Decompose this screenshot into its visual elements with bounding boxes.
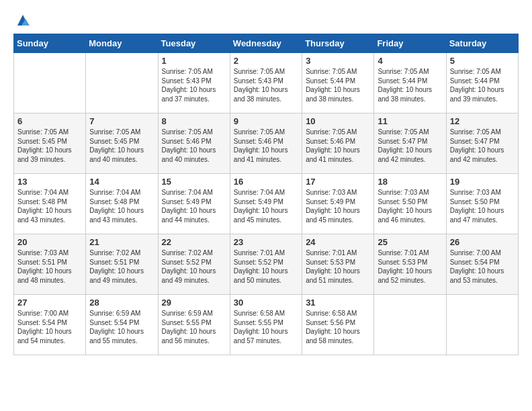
day-number: 11 bbox=[378, 116, 442, 126]
day-number: 15 bbox=[162, 177, 226, 187]
calendar-cell: 27Sunrise: 7:00 AM Sunset: 5:54 PM Dayli… bbox=[14, 295, 86, 355]
calendar-cell: 16Sunrise: 7:04 AM Sunset: 5:49 PM Dayli… bbox=[230, 174, 302, 234]
day-content: Sunrise: 7:05 AM Sunset: 5:45 PM Dayligh… bbox=[17, 128, 82, 164]
calendar-cell: 21Sunrise: 7:02 AM Sunset: 5:51 PM Dayli… bbox=[86, 234, 158, 295]
calendar-week-3: 13Sunrise: 7:04 AM Sunset: 5:48 PM Dayli… bbox=[14, 174, 519, 234]
day-number: 10 bbox=[306, 116, 370, 126]
calendar-cell: 30Sunrise: 6:58 AM Sunset: 5:55 PM Dayli… bbox=[230, 295, 302, 355]
day-number: 4 bbox=[378, 56, 442, 66]
day-content: Sunrise: 7:05 AM Sunset: 5:43 PM Dayligh… bbox=[162, 67, 226, 103]
day-number: 2 bbox=[234, 56, 298, 66]
calendar-cell: 9Sunrise: 7:05 AM Sunset: 5:46 PM Daylig… bbox=[230, 113, 302, 174]
calendar-cell: 24Sunrise: 7:01 AM Sunset: 5:53 PM Dayli… bbox=[302, 234, 374, 295]
calendar-cell: 2Sunrise: 7:05 AM Sunset: 5:43 PM Daylig… bbox=[230, 53, 302, 113]
col-header-wednesday: Wednesday bbox=[230, 34, 302, 53]
day-number: 1 bbox=[162, 56, 226, 66]
day-number: 9 bbox=[234, 116, 298, 126]
day-number: 20 bbox=[17, 237, 82, 247]
col-header-sunday: Sunday bbox=[14, 34, 86, 53]
calendar-cell: 25Sunrise: 7:01 AM Sunset: 5:53 PM Dayli… bbox=[374, 234, 446, 295]
day-content: Sunrise: 7:03 AM Sunset: 5:50 PM Dayligh… bbox=[378, 188, 442, 224]
page-header bbox=[13, 13, 519, 27]
calendar-cell: 5Sunrise: 7:05 AM Sunset: 5:44 PM Daylig… bbox=[446, 53, 518, 113]
calendar-cell: 13Sunrise: 7:04 AM Sunset: 5:48 PM Dayli… bbox=[14, 174, 86, 234]
calendar-cell: 17Sunrise: 7:03 AM Sunset: 5:49 PM Dayli… bbox=[302, 174, 374, 234]
calendar-cell: 15Sunrise: 7:04 AM Sunset: 5:49 PM Dayli… bbox=[158, 174, 230, 234]
day-content: Sunrise: 7:05 AM Sunset: 5:45 PM Dayligh… bbox=[89, 128, 154, 164]
day-content: Sunrise: 7:02 AM Sunset: 5:51 PM Dayligh… bbox=[89, 248, 154, 285]
calendar-cell: 19Sunrise: 7:03 AM Sunset: 5:50 PM Dayli… bbox=[446, 174, 518, 234]
calendar-cell bbox=[14, 53, 86, 113]
day-content: Sunrise: 7:02 AM Sunset: 5:52 PM Dayligh… bbox=[162, 248, 226, 285]
day-content: Sunrise: 7:04 AM Sunset: 5:49 PM Dayligh… bbox=[234, 188, 298, 224]
calendar-cell: 20Sunrise: 7:03 AM Sunset: 5:51 PM Dayli… bbox=[14, 234, 86, 295]
day-content: Sunrise: 7:04 AM Sunset: 5:48 PM Dayligh… bbox=[17, 188, 82, 224]
day-content: Sunrise: 7:00 AM Sunset: 5:54 PM Dayligh… bbox=[450, 248, 515, 285]
day-number: 29 bbox=[162, 298, 226, 308]
col-header-monday: Monday bbox=[86, 34, 158, 53]
calendar-week-2: 6Sunrise: 7:05 AM Sunset: 5:45 PM Daylig… bbox=[14, 113, 519, 174]
day-content: Sunrise: 7:05 AM Sunset: 5:44 PM Dayligh… bbox=[378, 67, 442, 103]
day-number: 8 bbox=[162, 116, 226, 126]
day-content: Sunrise: 7:05 AM Sunset: 5:47 PM Dayligh… bbox=[450, 128, 515, 164]
day-content: Sunrise: 7:05 AM Sunset: 5:44 PM Dayligh… bbox=[450, 67, 515, 103]
calendar-cell: 11Sunrise: 7:05 AM Sunset: 5:47 PM Dayli… bbox=[374, 113, 446, 174]
day-number: 12 bbox=[450, 116, 515, 126]
day-number: 18 bbox=[378, 177, 442, 187]
day-content: Sunrise: 7:01 AM Sunset: 5:52 PM Dayligh… bbox=[234, 248, 298, 285]
day-content: Sunrise: 7:05 AM Sunset: 5:46 PM Dayligh… bbox=[162, 128, 226, 164]
day-number: 25 bbox=[378, 237, 442, 247]
day-number: 31 bbox=[306, 298, 370, 308]
day-content: Sunrise: 7:04 AM Sunset: 5:49 PM Dayligh… bbox=[162, 188, 226, 224]
calendar-cell: 3Sunrise: 7:05 AM Sunset: 5:44 PM Daylig… bbox=[302, 53, 374, 113]
day-content: Sunrise: 7:01 AM Sunset: 5:53 PM Dayligh… bbox=[306, 248, 370, 285]
calendar-week-1: 1Sunrise: 7:05 AM Sunset: 5:43 PM Daylig… bbox=[14, 53, 519, 113]
day-number: 14 bbox=[89, 177, 154, 187]
calendar-cell: 22Sunrise: 7:02 AM Sunset: 5:52 PM Dayli… bbox=[158, 234, 230, 295]
calendar-cell: 26Sunrise: 7:00 AM Sunset: 5:54 PM Dayli… bbox=[446, 234, 518, 295]
calendar-cell bbox=[374, 295, 446, 355]
day-number: 16 bbox=[234, 177, 298, 187]
calendar-cell: 29Sunrise: 6:59 AM Sunset: 5:55 PM Dayli… bbox=[158, 295, 230, 355]
day-content: Sunrise: 6:59 AM Sunset: 5:55 PM Dayligh… bbox=[162, 309, 226, 345]
calendar-cell bbox=[86, 53, 158, 113]
calendar-cell: 12Sunrise: 7:05 AM Sunset: 5:47 PM Dayli… bbox=[446, 113, 518, 174]
day-content: Sunrise: 7:00 AM Sunset: 5:54 PM Dayligh… bbox=[17, 309, 82, 345]
col-header-thursday: Thursday bbox=[302, 34, 374, 53]
calendar-cell: 6Sunrise: 7:05 AM Sunset: 5:45 PM Daylig… bbox=[14, 113, 86, 174]
day-content: Sunrise: 7:05 AM Sunset: 5:46 PM Dayligh… bbox=[234, 128, 298, 164]
day-number: 7 bbox=[89, 116, 154, 126]
calendar-cell bbox=[446, 295, 518, 355]
calendar-cell: 28Sunrise: 6:59 AM Sunset: 5:54 PM Dayli… bbox=[86, 295, 158, 355]
day-number: 6 bbox=[17, 116, 82, 126]
day-number: 23 bbox=[234, 237, 298, 247]
day-number: 5 bbox=[450, 56, 515, 66]
day-content: Sunrise: 7:05 AM Sunset: 5:43 PM Dayligh… bbox=[234, 67, 298, 103]
calendar-cell: 10Sunrise: 7:05 AM Sunset: 5:46 PM Dayli… bbox=[302, 113, 374, 174]
day-number: 28 bbox=[89, 298, 154, 308]
calendar-cell: 4Sunrise: 7:05 AM Sunset: 5:44 PM Daylig… bbox=[374, 53, 446, 113]
logo bbox=[13, 13, 31, 27]
day-content: Sunrise: 6:58 AM Sunset: 5:55 PM Dayligh… bbox=[234, 309, 298, 345]
day-number: 3 bbox=[306, 56, 370, 66]
day-content: Sunrise: 7:01 AM Sunset: 5:53 PM Dayligh… bbox=[378, 248, 442, 285]
day-content: Sunrise: 7:05 AM Sunset: 5:46 PM Dayligh… bbox=[306, 128, 370, 164]
day-number: 21 bbox=[89, 237, 154, 247]
calendar-cell: 7Sunrise: 7:05 AM Sunset: 5:45 PM Daylig… bbox=[86, 113, 158, 174]
day-content: Sunrise: 7:05 AM Sunset: 5:44 PM Dayligh… bbox=[306, 67, 370, 103]
calendar-header-row: SundayMondayTuesdayWednesdayThursdayFrid… bbox=[14, 34, 519, 53]
day-number: 13 bbox=[17, 177, 82, 187]
day-content: Sunrise: 7:05 AM Sunset: 5:47 PM Dayligh… bbox=[378, 128, 442, 164]
day-number: 17 bbox=[306, 177, 370, 187]
logo-text bbox=[13, 13, 31, 27]
day-number: 30 bbox=[234, 298, 298, 308]
col-header-friday: Friday bbox=[374, 34, 446, 53]
day-content: Sunrise: 6:59 AM Sunset: 5:54 PM Dayligh… bbox=[89, 309, 154, 345]
day-content: Sunrise: 6:58 AM Sunset: 5:56 PM Dayligh… bbox=[306, 309, 370, 345]
calendar-cell: 1Sunrise: 7:05 AM Sunset: 5:43 PM Daylig… bbox=[158, 53, 230, 113]
calendar-week-5: 27Sunrise: 7:00 AM Sunset: 5:54 PM Dayli… bbox=[14, 295, 519, 355]
col-header-saturday: Saturday bbox=[446, 34, 518, 53]
calendar-cell: 18Sunrise: 7:03 AM Sunset: 5:50 PM Dayli… bbox=[374, 174, 446, 234]
calendar-table: SundayMondayTuesdayWednesdayThursdayFrid… bbox=[13, 34, 519, 355]
day-number: 27 bbox=[17, 298, 82, 308]
